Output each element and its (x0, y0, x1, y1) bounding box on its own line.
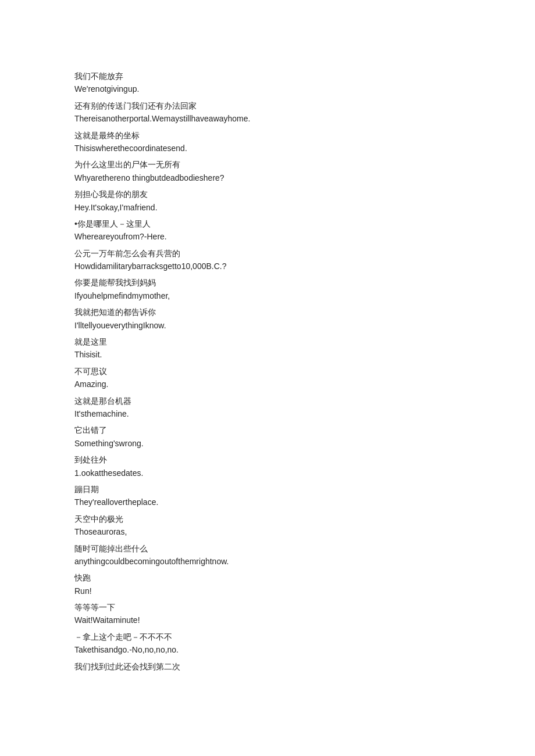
subtitle-en: Takethisandgo.-No,no,no,no. (74, 643, 461, 656)
subtitle-en: Wait!Waitaminute! (74, 614, 461, 626)
subtitle-zh: 天空中的极光 (74, 513, 461, 525)
subtitle-zh: 我们不能放弃 (74, 70, 461, 83)
subtitle-zh: •你是哪里人－这里人 (74, 217, 461, 230)
subtitle-pair: 这就是那台机器It'sthemachine. (74, 395, 461, 421)
subtitle-en: Whyarethereno thingbutdeadbodieshere? (74, 171, 461, 184)
subtitle-pair: 就是这里Thisisit. (74, 335, 461, 361)
subtitle-zh: 别担心我是你的朋友 (74, 188, 461, 200)
subtitle-zh: 我们找到过此还会找到第二次 (74, 660, 461, 673)
subtitle-en: Howdidamilitarybarracksgetto10,000B.C.? (74, 260, 461, 273)
subtitle-en: Something'swrong. (74, 437, 461, 450)
subtitle-en: anythingcouldbecomingoutofthemrightnow. (74, 555, 461, 568)
subtitle-pair: 快跑Run! (74, 571, 461, 597)
subtitle-en: We'renotgivingup. (74, 83, 461, 95)
subtitle-en: I'lltellyoueverythingIknow. (74, 319, 461, 332)
subtitle-en: Thisisit. (74, 348, 461, 361)
subtitle-pair: 随时可能掉出些什么anythingcouldbecomingoutofthemr… (74, 542, 461, 568)
subtitle-pair: 别担心我是你的朋友Hey.It'sokay,I'mafriend. (74, 188, 461, 214)
subtitle-zh: 为什么这里出的尸体一无所有 (74, 158, 461, 171)
subtitle-pair: 为什么这里出的尸体一无所有Whyarethereno thingbutdeadb… (74, 158, 461, 184)
subtitle-zh: －拿上这个走吧－不不不不 (74, 630, 461, 643)
subtitle-pair: 这就是最终的坐标Thisiswherethecoordinatesend. (74, 129, 461, 155)
subtitle-zh: 等等等一下 (74, 601, 461, 614)
subtitle-pair: •你是哪里人－这里人Whereareyoufrom?-Here. (74, 217, 461, 243)
subtitle-en: Amazing. (74, 378, 461, 390)
subtitle-en: Hey.It'sokay,I'mafriend. (74, 201, 461, 214)
subtitle-zh: 还有别的传送门我们还有办法回家 (74, 99, 461, 112)
subtitle-zh: 你要是能帮我找到妈妈 (74, 276, 461, 289)
subtitle-pair: 等等等一下Wait!Waitaminute! (74, 601, 461, 627)
subtitle-pair: 天空中的极光Thoseauroras, (74, 513, 461, 539)
subtitle-zh: 蹦日期 (74, 483, 461, 496)
subtitle-zh: 这就是那台机器 (74, 395, 461, 407)
subtitle-zh: 就是这里 (74, 335, 461, 348)
subtitle-pair: 我们不能放弃We'renotgivingup. (74, 70, 461, 96)
subtitle-zh: 公元一万年前怎么会有兵营的 (74, 247, 461, 260)
subtitle-pair: 不可思议Amazing. (74, 365, 461, 391)
subtitle-pair: 我就把知道的都告诉你I'lltellyoueverythingIknow. (74, 306, 461, 332)
subtitle-pair: －拿上这个走吧－不不不不Takethisandgo.-No,no,no,no. (74, 630, 461, 657)
subtitle-en: Whereareyoufrom?-Here. (74, 230, 461, 243)
subtitle-zh: 我就把知道的都告诉你 (74, 306, 461, 318)
subtitle-zh: 它出错了 (74, 424, 461, 436)
subtitle-en: Thoseauroras, (74, 525, 461, 538)
subtitle-zh: 到处往外 (74, 453, 461, 466)
subtitle-zh: 随时可能掉出些什么 (74, 542, 461, 555)
subtitle-zh: 不可思议 (74, 365, 461, 378)
subtitle-pair: 我们找到过此还会找到第二次 (74, 660, 461, 673)
subtitle-zh: 这就是最终的坐标 (74, 129, 461, 142)
subtitle-pair: 到处往外1.ookatthesedates. (74, 453, 461, 479)
subtitle-pair: 还有别的传送门我们还有办法回家Thereisanotherportal.Wema… (74, 99, 461, 126)
subtitle-en: Run! (74, 585, 461, 597)
subtitle-en: It'sthemachine. (74, 407, 461, 420)
subtitle-pair: 你要是能帮我找到妈妈Ifyouhelpmefindmymother, (74, 276, 461, 302)
subtitle-en: Thisiswherethecoordinatesend. (74, 142, 461, 155)
subtitle-pair: 它出错了Something'swrong. (74, 424, 461, 450)
subtitle-pair: 公元一万年前怎么会有兵营的Howdidamilitarybarracksgett… (74, 247, 461, 273)
subtitle-en: They'reallovertheplace. (74, 496, 461, 508)
subtitle-en: 1.ookatthesedates. (74, 467, 461, 479)
subtitle-en: Thereisanotherportal.Wemaystillhaveawayh… (74, 112, 461, 125)
subtitle-pair: 蹦日期They'reallovertheplace. (74, 483, 461, 509)
subtitle-en: Ifyouhelpmefindmymother, (74, 289, 461, 302)
subtitle-zh: 快跑 (74, 571, 461, 584)
subtitle-list: 我们不能放弃We'renotgivingup.还有别的传送门我们还有办法回家Th… (74, 70, 461, 673)
